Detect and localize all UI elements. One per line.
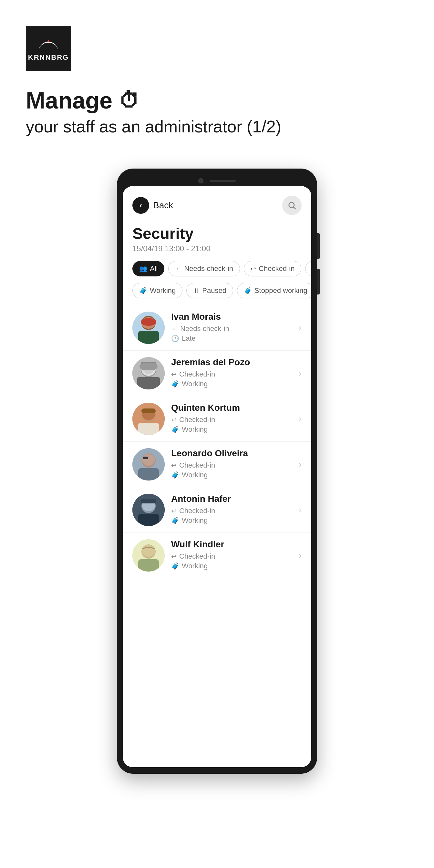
back-label: Back	[153, 200, 173, 211]
status-text-2-leonardo: Working	[182, 471, 208, 479]
svg-rect-26	[138, 514, 159, 526]
staff-item-leonardo[interactable]: Leonardo Oliveira ↩ Checked-in 🧳 Working…	[123, 441, 311, 487]
status-text-1-ivan: Needs check-in	[180, 324, 229, 333]
checked-in-status-icon-wulf: ↩	[171, 553, 177, 560]
filter-chip-more[interactable]: →	[305, 261, 311, 276]
svg-rect-13	[140, 363, 158, 370]
chevron-quinten: ›	[299, 414, 302, 424]
filter-working-label: Working	[150, 286, 176, 295]
status-text-2-wulf: Working	[182, 562, 208, 570]
avatar-leonardo	[132, 448, 165, 480]
status-text-2-jeremias: Working	[182, 380, 208, 388]
working-status-icon-antonin: 🧳	[171, 517, 179, 524]
staff-info-jeremias: Jeremías del Pozo ↩ Checked-in 🧳 Working	[171, 357, 292, 390]
status-text-1-antonin: Checked-in	[179, 507, 215, 515]
svg-rect-31	[138, 559, 159, 571]
section-date: 15/04/19 13:00 - 21:00	[123, 244, 311, 261]
svg-point-0	[289, 203, 294, 208]
status-row-2-wulf: 🧳 Working	[171, 562, 292, 570]
chevron-antonin: ›	[299, 505, 302, 515]
phone-screen: ‹ Back Security 15/04/19 13:00 - 21:00 👥…	[123, 186, 311, 767]
svg-rect-16	[138, 423, 159, 435]
staff-info-leonardo: Leonardo Oliveira ↩ Checked-in 🧳 Working	[171, 448, 292, 480]
staff-info-antonin: Antonin Hafer ↩ Checked-in 🧳 Working	[171, 494, 292, 526]
status-text-2-quinten: Working	[182, 425, 208, 434]
status-text-1-leonardo: Checked-in	[179, 461, 215, 469]
filter-chip-paused[interactable]: ⏸ Paused	[186, 283, 233, 299]
staff-info-wulf: Wulf Kindler ↩ Checked-in 🧳 Working	[171, 539, 292, 571]
paused-icon: ⏸	[193, 287, 199, 294]
status-text-2-antonin: Working	[182, 516, 208, 525]
status-text-1-wulf: Checked-in	[179, 552, 215, 561]
chevron-jeremias: ›	[299, 368, 302, 378]
staff-item-antonin[interactable]: Antonin Hafer ↩ Checked-in 🧳 Working ›	[123, 487, 311, 532]
filter-chip-needs-checkin[interactable]: ← Needs check-in	[168, 261, 240, 276]
checked-in-icon: ↩	[251, 265, 256, 273]
filter-checked-in-label: Checked-in	[259, 265, 294, 273]
staff-name-wulf: Wulf Kindler	[171, 539, 292, 550]
status-row-1-jeremias: ↩ Checked-in	[171, 370, 292, 378]
filter-needs-checkin-label: Needs check-in	[184, 265, 233, 273]
status-row-2-leonardo: 🧳 Working	[171, 471, 292, 479]
status-row-1-wulf: ↩ Checked-in	[171, 552, 292, 561]
filter-chip-stopped[interactable]: 🧳 Stopped working	[237, 283, 311, 299]
staff-name-jeremias: Jeremías del Pozo	[171, 357, 292, 368]
status-row-1-ivan: ← Needs check-in	[171, 324, 292, 333]
needs-checkin-icon: ←	[175, 265, 182, 273]
needs-checkin-status-icon: ←	[171, 325, 178, 333]
svg-rect-4	[138, 331, 159, 344]
svg-rect-23	[143, 457, 148, 459]
chevron-ivan: ›	[299, 322, 302, 333]
svg-rect-28	[141, 499, 156, 503]
status-row-2-quinten: 🧳 Working	[171, 425, 292, 434]
side-button-2	[317, 269, 320, 294]
logo-text: KRNNBRG	[28, 53, 69, 62]
filter-row-2: 🧳 Working ⏸ Paused 🧳 Stopped working	[123, 283, 311, 305]
filter-stopped-label: Stopped working	[254, 286, 307, 295]
staff-list: Ivan Morais ← Needs check-in 🕐 Late ›	[123, 305, 311, 578]
stopwatch-icon: ⏱	[119, 89, 140, 113]
status-row-2-ivan: 🕐 Late	[171, 334, 292, 343]
chevron-leonardo: ›	[299, 459, 302, 469]
status-row-1-antonin: ↩ Checked-in	[171, 507, 292, 515]
phone-notch	[123, 175, 311, 186]
checked-in-status-icon-quinten: ↩	[171, 416, 177, 424]
status-row-2-antonin: 🧳 Working	[171, 516, 292, 525]
logo: KRNNBRG	[26, 26, 71, 71]
filter-all-label: All	[150, 265, 158, 273]
filter-chip-checked-in[interactable]: ↩ Checked-in	[244, 261, 301, 276]
staff-item-jeremias[interactable]: Jeremías del Pozo ↩ Checked-in 🧳 Working…	[123, 350, 311, 396]
search-icon	[287, 201, 297, 210]
back-arrow-icon: ‹	[132, 197, 149, 214]
svg-rect-21	[138, 468, 159, 480]
working-status-icon-leonardo: 🧳	[171, 471, 179, 479]
svg-rect-18	[142, 408, 156, 413]
section-title: Security	[123, 221, 311, 244]
search-button[interactable]	[282, 196, 302, 215]
chevron-wulf: ›	[299, 550, 302, 561]
checked-in-status-icon-antonin: ↩	[171, 507, 177, 515]
staff-info-quinten: Quinten Kortum ↩ Checked-in 🧳 Working	[171, 403, 292, 435]
staff-item-quinten[interactable]: Quinten Kortum ↩ Checked-in 🧳 Working ›	[123, 396, 311, 441]
phone-frame: ‹ Back Security 15/04/19 13:00 - 21:00 👥…	[117, 168, 317, 774]
avatar-jeremias	[132, 357, 165, 390]
staff-item-ivan[interactable]: Ivan Morais ← Needs check-in 🕐 Late ›	[123, 305, 311, 350]
staff-item-wulf[interactable]: Wulf Kindler ↩ Checked-in 🧳 Working ›	[123, 532, 311, 578]
all-icon: 👥	[139, 265, 147, 273]
svg-point-22	[142, 454, 155, 466]
page-title-container: Manage ⏱	[26, 87, 408, 114]
avatar-wulf	[132, 539, 165, 571]
staff-name-antonin: Antonin Hafer	[171, 494, 292, 504]
phone-speaker	[210, 180, 236, 182]
status-text-1-quinten: Checked-in	[179, 415, 215, 424]
status-row-1-quinten: ↩ Checked-in	[171, 415, 292, 424]
side-button-1	[317, 233, 320, 259]
svg-point-6	[141, 318, 156, 326]
filter-chip-all[interactable]: 👥 All	[132, 261, 164, 276]
filter-chip-working[interactable]: 🧳 Working	[132, 283, 182, 299]
working-icon: 🧳	[139, 287, 147, 294]
checked-in-status-icon-jeremias: ↩	[171, 370, 177, 378]
staff-name-ivan: Ivan Morais	[171, 312, 292, 322]
status-text-2-ivan: Late	[182, 334, 196, 343]
back-button[interactable]: ‹ Back	[132, 197, 173, 214]
